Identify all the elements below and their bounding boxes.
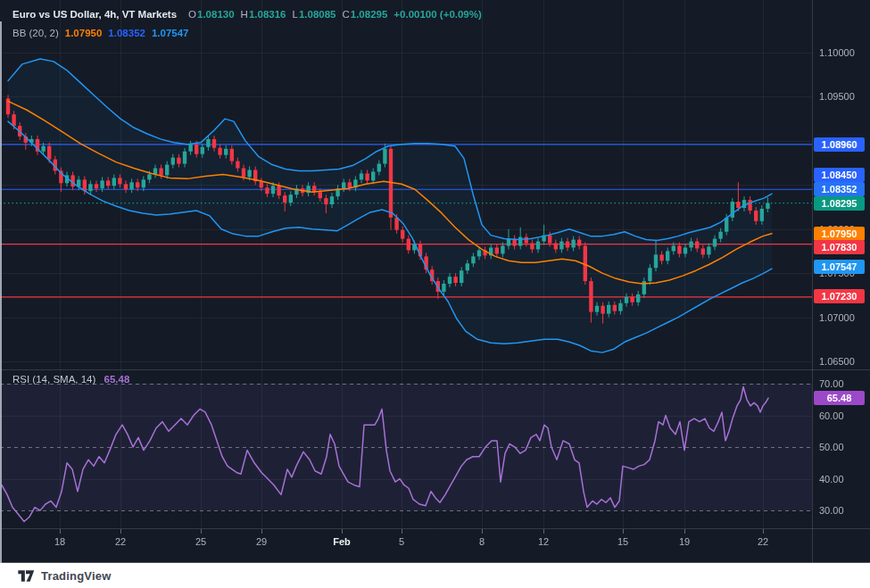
low-label: L: [292, 9, 297, 20]
price-axis-badge: 1.08352: [814, 182, 865, 196]
time-axis-label: 5: [399, 536, 404, 547]
tradingview-brand-text[interactable]: TradingView: [41, 569, 112, 583]
time-axis-label: 18: [54, 536, 65, 547]
rsi-axis-label: 60.00: [819, 410, 866, 422]
time-axis-label: 15: [617, 536, 628, 547]
rsi-axis-label: 70.00: [819, 377, 866, 390]
time-axis-label: 12: [538, 536, 549, 547]
chart-canvas[interactable]: [0, 0, 870, 563]
chart-container: Euro vs US Dollar, 4h, VT Markets O1.081…: [0, 0, 870, 563]
high-value: 1.08316: [249, 9, 286, 20]
rsi-label: RSI (14, SMA, 14): [12, 374, 95, 385]
time-axis-label: 22: [758, 536, 768, 547]
symbol-legend-row[interactable]: Euro vs US Dollar, 4h, VT Markets O1.081…: [12, 8, 482, 21]
rsi-axis-label: 40.00: [819, 473, 866, 485]
price-axis-label: 1.10000: [819, 46, 866, 59]
tradingview-chart-window: Euro vs US Dollar, 4h, VT Markets O1.081…: [0, 0, 870, 588]
price-axis-label: 1.07000: [819, 311, 866, 324]
time-axis-label: 22: [115, 536, 126, 547]
footer-bar: TradingView: [0, 563, 870, 588]
close-value: 1.08295: [351, 9, 388, 20]
chart-left-edge: [0, 21, 2, 563]
bb-upper-value: 1.08352: [108, 27, 145, 40]
bb-lower-value: 1.07547: [152, 27, 189, 40]
tradingview-logo-icon[interactable]: [16, 569, 36, 583]
rsi-value: 65.48: [104, 374, 130, 385]
time-axis-label: 29: [256, 536, 267, 547]
price-axis-badge: 1.08450: [814, 168, 865, 182]
price-axis-label: 1.09500: [819, 90, 866, 103]
price-axis-badge: 1.07830: [814, 240, 865, 254]
price-axis-badge: 1.08960: [814, 137, 865, 152]
bb-label: BB (20, 2): [12, 27, 59, 40]
time-axis-label: 8: [479, 536, 485, 547]
low-value: 1.08085: [299, 9, 336, 20]
bb-basis-value: 1.07950: [65, 27, 103, 40]
time-axis-label: 25: [195, 536, 206, 547]
price-axis-badge: 1.07547: [814, 260, 865, 274]
open-value: 1.08130: [197, 9, 235, 20]
price-axis-badge: 1.08295: [814, 196, 865, 211]
change-value: +0.00100 (+0.09%): [394, 8, 481, 21]
time-axis-label: 19: [679, 536, 690, 547]
price-axis-badge: 1.07230: [814, 289, 865, 303]
price-axis-badge: 1.07950: [814, 227, 865, 241]
rsi-axis-badge: 65.48: [814, 391, 865, 405]
rsi-axis-label: 30.00: [819, 504, 866, 517]
rsi-axis-label: 50.00: [819, 441, 866, 453]
high-label: H: [241, 9, 248, 20]
price-axis-label: 1.06500: [819, 355, 866, 368]
bb-legend-row[interactable]: BB (20, 2) 1.07950 1.08352 1.07547: [12, 27, 482, 40]
symbol-title: Euro vs US Dollar, 4h, VT Markets: [12, 8, 177, 21]
open-label: O: [188, 9, 196, 20]
rsi-legend-row[interactable]: RSI (14, SMA, 14) 65.48: [12, 374, 129, 385]
time-axis-label: Feb: [333, 536, 351, 547]
close-label: C: [342, 9, 349, 20]
symbol-legend[interactable]: Euro vs US Dollar, 4h, VT Markets O1.081…: [12, 8, 482, 46]
